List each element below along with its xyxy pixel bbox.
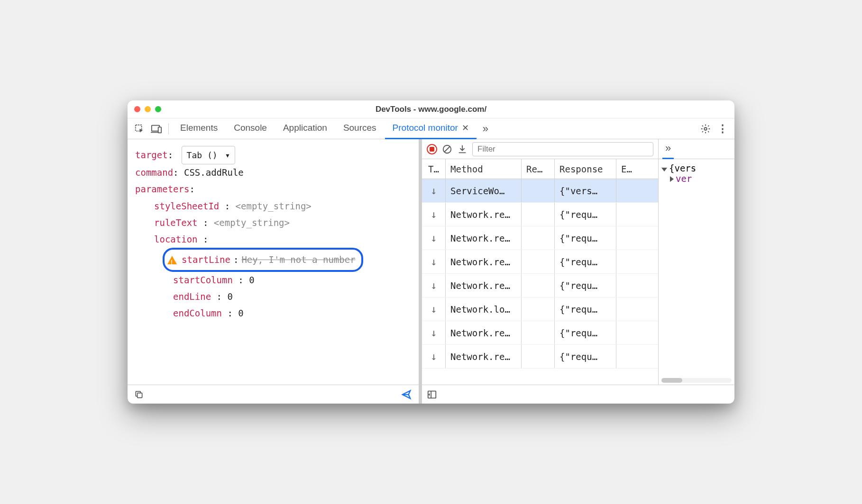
tab-application[interactable]: Application [275,118,335,139]
cell-request [522,345,555,368]
th-request[interactable]: Re… [522,159,555,179]
table-row[interactable]: ↓ServiceWo…{"vers… [422,179,658,203]
tab-console[interactable]: Console [226,118,275,139]
table-row[interactable]: ↓Network.re…{"requ… [422,345,658,369]
cell-method: Network.re… [446,321,522,344]
arrow-down-icon: ↓ [431,208,437,220]
param-stylesheetid-key: styleSheetId [154,201,219,211]
more-side-tabs-icon[interactable]: » [662,139,674,159]
svg-rect-3 [158,127,161,133]
table-row[interactable]: ↓Network.re…{"requ… [422,250,658,274]
download-button[interactable] [457,144,468,154]
maximize-window-button[interactable] [155,106,161,112]
sidepanel-tabs: » [659,139,734,159]
th-elapsed[interactable]: E… [616,159,640,179]
arrow-down-icon: ↓ [431,232,437,244]
protocol-footer [422,385,734,404]
cell-response: {"requ… [555,345,616,368]
devtools-window: DevTools - www.google.com/ Elements Cons… [128,100,734,404]
expand-icon[interactable] [661,168,667,171]
window-controls [134,106,161,112]
cell-request [522,203,555,226]
inspect-element-icon[interactable] [131,121,147,137]
param-endcolumn-value[interactable]: 0 [238,308,243,318]
cell-elapsed [616,179,640,202]
param-endline-value[interactable]: 0 [227,291,232,302]
details-sidepanel: » {vers ver [659,139,734,385]
param-endline-key: endLine [173,291,211,302]
param-location-key: location [154,234,198,244]
arrow-down-icon: ↓ [431,185,437,197]
more-tabs-icon[interactable]: » [477,121,494,137]
filter-input[interactable] [472,142,653,156]
param-startcolumn-value[interactable]: 0 [249,275,254,285]
arrow-down-icon: ↓ [431,279,437,291]
cell-response: {"requ… [555,297,616,321]
param-startline-value[interactable]: Hey, I'm not a number [241,252,355,268]
cell-method: Network.lo… [446,297,522,321]
table-row[interactable]: ↓Network.re…{"requ… [422,226,658,250]
cell-request [522,250,555,273]
sidepanel-body[interactable]: {vers ver [659,159,734,385]
cell-elapsed [616,274,640,297]
table-body[interactable]: ↓ServiceWo…{"vers…↓Network.re…{"requ…↓Ne… [422,179,658,385]
cell-response: {"requ… [555,250,616,273]
th-type[interactable]: T… [422,159,446,179]
command-label: command [135,167,173,178]
table-row[interactable]: ↓Network.lo…{"requ… [422,297,658,321]
copy-icon[interactable] [134,390,144,399]
cell-response: {"requ… [555,226,616,250]
toggle-drawer-icon[interactable] [427,389,437,400]
param-stylesheetid-value[interactable]: <empty_string> [236,201,312,211]
cell-elapsed [616,345,640,368]
close-tab-icon[interactable]: ✕ [462,123,469,133]
record-button[interactable] [427,144,437,154]
table-row[interactable]: ↓Network.re…{"requ… [422,203,658,226]
kebab-menu-icon[interactable]: ⋮ [715,121,731,137]
table-row[interactable]: ↓Network.re…{"requ… [422,321,658,345]
command-value: CSS.addRule [184,167,244,178]
clear-button[interactable] [442,144,452,154]
collapse-icon[interactable] [670,176,674,182]
chevron-down-icon: ▾ [225,147,230,163]
close-window-button[interactable] [134,106,140,112]
cell-response: {"vers… [555,179,616,202]
cell-request [522,321,555,344]
device-toolbar-icon[interactable] [148,121,165,137]
param-ruletext-value[interactable]: <empty_string> [214,217,290,228]
editor-footer [128,385,419,404]
protocol-table-wrap: T… Method Re… Response E… ↓ServiceWo…{"v… [422,139,659,385]
parameters-label: parameters [135,184,189,194]
tab-elements[interactable]: Elements [173,118,225,139]
minimize-window-button[interactable] [145,106,151,112]
settings-icon[interactable] [697,121,714,137]
th-response[interactable]: Response [555,159,616,179]
param-endcolumn-key: endColumn [173,308,222,318]
cell-method: Network.re… [446,274,522,297]
tab-sources[interactable]: Sources [336,118,384,139]
arrow-down-icon: ↓ [431,256,437,268]
cell-method: Network.re… [446,250,522,273]
svg-rect-5 [138,393,142,397]
cell-response: {"requ… [555,321,616,344]
cell-elapsed [616,321,640,344]
tabbar-divider [168,123,169,135]
cell-method: Network.re… [446,203,522,226]
send-command-button[interactable] [401,389,412,400]
protocol-toolbar [422,139,658,159]
tree-root[interactable]: {vers [661,163,732,173]
arrow-down-icon: ↓ [431,351,437,362]
param-startcolumn-key: startColumn [173,275,233,285]
tab-protocol-monitor[interactable]: Protocol monitor ✕ [385,118,477,139]
horizontal-scrollbar[interactable] [661,378,732,383]
cell-response: {"requ… [555,274,616,297]
target-selector[interactable]: Tab () ▾ [182,146,236,164]
cell-elapsed [616,250,640,273]
table-row[interactable]: ↓Network.re…{"requ… [422,274,658,297]
th-method[interactable]: Method [446,159,522,179]
command-editor[interactable]: target: Tab () ▾ command: CSS.addRule pa… [128,139,419,385]
table-header: T… Method Re… Response E… [422,159,658,179]
tree-child[interactable]: ver [661,173,732,184]
warning-icon [167,256,177,264]
cell-request [522,297,555,321]
